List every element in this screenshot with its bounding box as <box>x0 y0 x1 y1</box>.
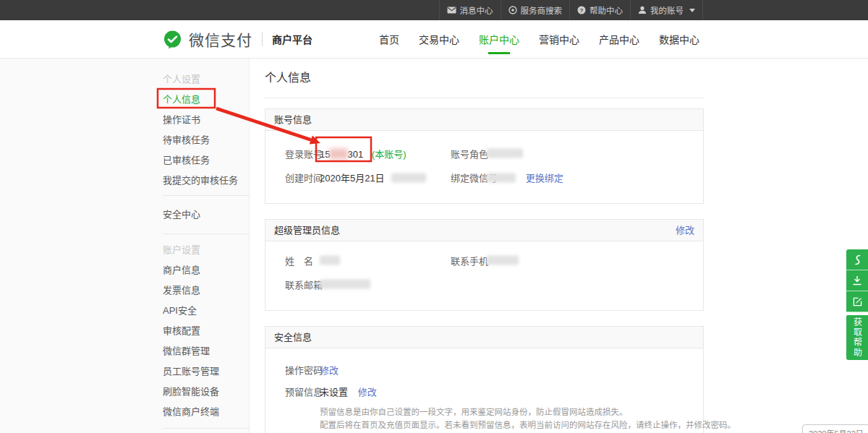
divider <box>163 233 250 234</box>
admin-email-row: 联系邮箱 <box>265 272 703 296</box>
sidebar-item-staff-account-mgmt[interactable]: 员工账号管理 <box>163 361 250 382</box>
redacted-contact-email <box>320 279 370 288</box>
sidebar-item-reviewed-tasks[interactable]: 已审核任务 <box>163 150 250 171</box>
account-info-panel: 账号信息 登录账号 15301 (本账号) 账号角色 创建时间 2020年5月2… <box>265 108 704 204</box>
download-button[interactable] <box>846 270 868 291</box>
sidebar-item-api-security[interactable]: API安全 <box>163 301 250 321</box>
date-tooltip: 2020年5月22日 <box>802 424 868 433</box>
sidebar-pane: 个人设置 个人信息 操作证书 待审核任务 已审核任务 我提交的审核任务 安全中心… <box>0 59 250 433</box>
sidebar: 个人设置 个人信息 操作证书 待审核任务 已审核任务 我提交的审核任务 安全中心… <box>163 69 250 429</box>
redacted-wechat-id <box>487 173 516 182</box>
sidebar-item-invoice-info[interactable]: 发票信息 <box>163 280 250 301</box>
account-role-label: 账号角色 <box>451 146 488 160</box>
rebind-link[interactable]: 更换绑定 <box>526 172 563 183</box>
divider <box>262 33 263 46</box>
service-search-item[interactable]: 服务商搜索 <box>501 0 570 20</box>
login-account-value: 15301 (本账号) <box>320 146 406 160</box>
current-account-note: (本账号) <box>372 148 407 159</box>
sidebar-section-personal-settings: 个人设置 <box>163 69 250 90</box>
operation-password-row: 操作密码 修改 <box>265 359 703 380</box>
sidebar-section-account-settings: 账户设置 <box>163 240 250 260</box>
edit-icon <box>853 297 862 306</box>
chevron-down-icon <box>689 9 695 12</box>
wechat-pay-logo-icon <box>163 30 182 49</box>
sidebar-item-wechat-group-mgmt[interactable]: 微信群管理 <box>163 341 250 361</box>
security-info-panel: 安全信息 操作密码 修改 预留信息 未设置 修改 预留信息是由你自己设置的一段文… <box>265 326 704 433</box>
security-info-panel-header: 安全信息 <box>265 327 703 348</box>
account-info-panel-title: 账号信息 <box>274 109 312 130</box>
redacted-created-time <box>391 173 426 182</box>
feedback-icon <box>853 254 862 265</box>
envelope-icon <box>447 7 456 14</box>
floating-help-rail: 获取帮助 <box>846 249 868 360</box>
my-account-label: 我的账号 <box>650 4 684 16</box>
redacted-name <box>320 255 340 265</box>
main-header: 微信支付 商户平台 首页 交易中心 账户中心 营销中心 产品中心 数据中心 <box>0 20 868 59</box>
nav-home[interactable]: 首页 <box>375 29 404 49</box>
reserved-info-help: 预留信息是由你自己设置的一段文字，用来鉴定网站身份，防止假冒网站造成损失。 配置… <box>320 406 703 433</box>
help-center-item[interactable]: ? 帮助中心 <box>569 0 630 20</box>
security-info-panel-title: 安全信息 <box>274 327 312 348</box>
reserved-info-edit-link[interactable]: 修改 <box>358 387 377 398</box>
top-utility-bar: 消息中心 服务商搜索 ? 帮助中心 我的账号 <box>0 0 868 20</box>
nav-marketing-center[interactable]: 营销中心 <box>535 29 584 49</box>
reserved-info-value: 未设置 <box>320 387 348 398</box>
primary-nav: 首页 交易中心 账户中心 营销中心 产品中心 数据中心 <box>375 20 704 58</box>
service-search-icon <box>509 6 517 14</box>
login-account-label: 登录账号 <box>285 146 323 160</box>
feedback-button[interactable] <box>846 249 868 270</box>
get-help-button[interactable]: 获取帮助 <box>846 315 868 360</box>
message-center-label: 消息中心 <box>460 4 493 16</box>
redacted-phone-middle <box>329 148 348 159</box>
question-icon: ? <box>577 6 586 14</box>
redacted-contact-phone <box>487 255 519 265</box>
operation-password-label: 操作密码 <box>285 363 323 377</box>
admin-edit-link[interactable]: 修改 <box>676 220 694 241</box>
nav-account-center[interactable]: 账户中心 <box>475 29 524 49</box>
brand-logo[interactable]: 微信支付 商户平台 <box>163 20 312 58</box>
reserved-info-label: 预留信息 <box>285 385 323 398</box>
download-icon <box>852 275 862 286</box>
super-admin-panel-title: 超级管理员信息 <box>274 220 340 241</box>
created-time-row: 创建时间 2020年5月21日 绑定微信号 更换绑定 <box>265 165 703 189</box>
name-label: 姓 名 <box>285 253 313 267</box>
contact-email-label: 联系邮箱 <box>285 277 323 291</box>
redacted-account-role <box>487 148 523 158</box>
svg-text:?: ? <box>580 7 584 14</box>
divider <box>163 428 250 429</box>
my-account-item[interactable]: 我的账号 <box>630 0 703 20</box>
edit-button[interactable] <box>846 291 868 312</box>
sidebar-item-pending-review-tasks[interactable]: 待审核任务 <box>163 130 250 150</box>
service-search-label: 服务商搜索 <box>521 4 563 16</box>
admin-name-row: 姓 名 联系手机 <box>265 248 703 272</box>
page-title: 个人信息 <box>265 59 704 98</box>
nav-data-center[interactable]: 数据中心 <box>655 29 704 49</box>
brand-name: 微信支付 <box>189 28 252 50</box>
super-admin-panel: 超级管理员信息 修改 姓 名 联系手机 联系邮箱 <box>265 219 704 311</box>
sidebar-item-wechat-merchant-terminal[interactable]: 微信商户终端 <box>163 402 250 422</box>
super-admin-panel-header: 超级管理员信息 修改 <box>265 220 703 241</box>
platform-name: 商户平台 <box>272 32 312 46</box>
reserved-info-row: 预留信息 未设置 修改 <box>265 380 703 402</box>
created-time-value: 2020年5月21日 <box>320 170 426 184</box>
main-content: 个人信息 账号信息 登录账号 15301 (本账号) 账号角色 创建时间 202… <box>265 59 704 433</box>
contact-phone-label: 联系手机 <box>451 253 488 267</box>
user-icon <box>638 6 647 14</box>
nav-product-center[interactable]: 产品中心 <box>595 29 644 49</box>
sidebar-item-security-center[interactable]: 安全中心 <box>163 205 250 225</box>
message-center-item[interactable]: 消息中心 <box>439 0 501 20</box>
password-edit-link[interactable]: 修改 <box>320 365 339 376</box>
sidebar-item-merchant-info[interactable]: 商户信息 <box>163 260 250 280</box>
help-center-label: 帮助中心 <box>590 4 623 16</box>
sidebar-item-operation-certificate[interactable]: 操作证书 <box>163 110 250 130</box>
login-account-row: 登录账号 15301 (本账号) 账号角色 <box>265 141 703 165</box>
created-time-label: 创建时间 <box>285 170 323 184</box>
account-info-panel-header: 账号信息 <box>265 109 703 131</box>
sidebar-item-face-smart-device[interactable]: 刷脸智能设备 <box>163 382 250 402</box>
sidebar-item-personal-info[interactable]: 个人信息 <box>163 90 250 110</box>
nav-trade-center[interactable]: 交易中心 <box>414 29 464 49</box>
sidebar-item-my-submitted-tasks[interactable]: 我提交的审核任务 <box>163 171 250 191</box>
get-help-label: 获取帮助 <box>851 317 864 358</box>
sidebar-item-review-config[interactable]: 审核配置 <box>163 321 250 341</box>
divider <box>163 195 250 196</box>
